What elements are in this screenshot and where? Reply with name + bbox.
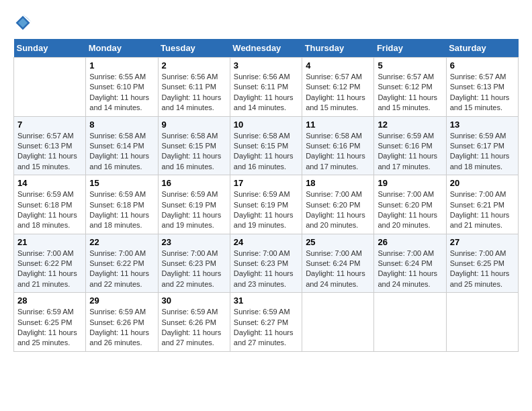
daylight: Daylight: 11 hours and 20 minutes.	[306, 210, 370, 231]
day-number: 4	[306, 60, 370, 71]
sunset: Sunset: 6:10 PM	[89, 82, 154, 92]
sunset: Sunset: 6:13 PM	[450, 82, 515, 92]
sunset: Sunset: 6:15 PM	[162, 141, 226, 151]
day-info: Sunrise: 6:59 AM Sunset: 6:18 PM Dayligh…	[17, 189, 82, 231]
sunset: Sunset: 6:26 PM	[89, 318, 154, 328]
day-info: Sunrise: 7:00 AM Sunset: 6:21 PM Dayligh…	[450, 189, 515, 231]
calendar-cell: 26 Sunrise: 7:00 AM Sunset: 6:24 PM Dayl…	[374, 234, 446, 293]
day-number: 11	[306, 120, 370, 130]
day-number: 15	[89, 178, 154, 188]
sunset: Sunset: 6:19 PM	[234, 200, 298, 210]
sunrise: Sunrise: 6:59 AM	[162, 189, 226, 199]
daylight: Daylight: 11 hours and 21 minutes.	[17, 269, 82, 289]
daylight: Daylight: 11 hours and 16 minutes.	[89, 151, 154, 172]
day-info: Sunrise: 7:00 AM Sunset: 6:22 PM Dayligh…	[17, 248, 82, 290]
day-number: 31	[234, 295, 298, 306]
header-wednesday: Wednesday	[230, 39, 302, 58]
sunset: Sunset: 6:20 PM	[306, 200, 370, 210]
daylight: Daylight: 11 hours and 17 minutes.	[378, 151, 442, 172]
sunrise: Sunrise: 6:59 AM	[162, 307, 226, 317]
sunrise: Sunrise: 7:00 AM	[306, 189, 370, 199]
day-number: 29	[89, 295, 154, 306]
calendar-cell: 24 Sunrise: 7:00 AM Sunset: 6:23 PM Dayl…	[230, 234, 302, 293]
calendar-cell: 16 Sunrise: 6:59 AM Sunset: 6:19 PM Dayl…	[158, 175, 230, 234]
sunrise: Sunrise: 6:59 AM	[450, 131, 515, 141]
calendar-cell: 28 Sunrise: 6:59 AM Sunset: 6:25 PM Dayl…	[14, 293, 86, 352]
sunrise: Sunrise: 6:57 AM	[17, 131, 82, 141]
day-number: 6	[450, 60, 515, 71]
calendar-cell: 18 Sunrise: 7:00 AM Sunset: 6:20 PM Dayl…	[302, 175, 374, 234]
calendar-header-row: SundayMondayTuesdayWednesdayThursdayFrid…	[14, 39, 519, 58]
sunrise: Sunrise: 7:00 AM	[234, 248, 298, 259]
sunrise: Sunrise: 7:00 AM	[450, 248, 515, 259]
sunset: Sunset: 6:26 PM	[162, 318, 226, 328]
sunset: Sunset: 6:16 PM	[306, 141, 370, 151]
day-info: Sunrise: 7:00 AM Sunset: 6:20 PM Dayligh…	[306, 189, 370, 231]
daylight: Daylight: 11 hours and 27 minutes.	[234, 328, 298, 349]
daylight: Daylight: 11 hours and 17 minutes.	[306, 151, 370, 172]
sunset: Sunset: 6:25 PM	[17, 318, 82, 328]
day-info: Sunrise: 6:58 AM Sunset: 6:14 PM Dayligh…	[89, 131, 154, 173]
calendar-week-3: 14 Sunrise: 6:59 AM Sunset: 6:18 PM Dayl…	[14, 175, 519, 234]
sunrise: Sunrise: 7:00 AM	[378, 248, 442, 259]
sunset: Sunset: 6:11 PM	[162, 82, 226, 92]
calendar-cell: 8 Sunrise: 6:58 AM Sunset: 6:14 PM Dayli…	[86, 116, 158, 175]
header-monday: Monday	[86, 39, 158, 58]
sunrise: Sunrise: 6:59 AM	[89, 307, 154, 317]
calendar-cell: 20 Sunrise: 7:00 AM Sunset: 6:21 PM Dayl…	[446, 175, 518, 234]
sunset: Sunset: 6:24 PM	[306, 259, 370, 269]
sunrise: Sunrise: 6:59 AM	[17, 307, 82, 317]
day-info: Sunrise: 6:59 AM Sunset: 6:18 PM Dayligh…	[89, 189, 154, 231]
calendar-cell	[302, 293, 374, 352]
sunrise: Sunrise: 7:00 AM	[162, 248, 226, 259]
day-info: Sunrise: 7:00 AM Sunset: 6:20 PM Dayligh…	[378, 189, 442, 231]
sunset: Sunset: 6:23 PM	[162, 259, 226, 269]
sunrise: Sunrise: 6:59 AM	[89, 189, 154, 199]
calendar-cell: 27 Sunrise: 7:00 AM Sunset: 6:25 PM Dayl…	[446, 234, 518, 293]
calendar-cell: 23 Sunrise: 7:00 AM Sunset: 6:23 PM Dayl…	[158, 234, 230, 293]
sunset: Sunset: 6:23 PM	[234, 259, 298, 269]
daylight: Daylight: 11 hours and 20 minutes.	[378, 210, 442, 231]
daylight: Daylight: 11 hours and 14 minutes.	[162, 93, 226, 113]
daylight: Daylight: 11 hours and 15 minutes.	[378, 93, 442, 113]
day-number: 30	[162, 295, 226, 306]
sunrise: Sunrise: 7:00 AM	[17, 248, 82, 259]
calendar-cell: 6 Sunrise: 6:57 AM Sunset: 6:13 PM Dayli…	[446, 58, 518, 117]
day-number: 18	[306, 178, 370, 188]
calendar-week-1: 1 Sunrise: 6:55 AM Sunset: 6:10 PM Dayli…	[14, 58, 519, 117]
calendar-cell: 19 Sunrise: 7:00 AM Sunset: 6:20 PM Dayl…	[374, 175, 446, 234]
day-info: Sunrise: 6:58 AM Sunset: 6:16 PM Dayligh…	[306, 131, 370, 173]
logo-icon	[13, 13, 32, 32]
day-info: Sunrise: 6:56 AM Sunset: 6:11 PM Dayligh…	[234, 72, 298, 113]
day-number: 13	[450, 120, 515, 130]
sunrise: Sunrise: 6:55 AM	[89, 72, 154, 82]
sunrise: Sunrise: 6:58 AM	[306, 131, 370, 141]
calendar-cell: 2 Sunrise: 6:56 AM Sunset: 6:11 PM Dayli…	[158, 58, 230, 117]
day-info: Sunrise: 6:59 AM Sunset: 6:25 PM Dayligh…	[17, 307, 82, 349]
day-info: Sunrise: 6:58 AM Sunset: 6:15 PM Dayligh…	[234, 131, 298, 173]
day-info: Sunrise: 6:59 AM Sunset: 6:19 PM Dayligh…	[162, 189, 226, 231]
calendar-cell: 10 Sunrise: 6:58 AM Sunset: 6:15 PM Dayl…	[230, 116, 302, 175]
calendar-cell: 21 Sunrise: 7:00 AM Sunset: 6:22 PM Dayl…	[14, 234, 86, 293]
sunrise: Sunrise: 7:00 AM	[378, 189, 442, 199]
header-friday: Friday	[374, 39, 446, 58]
day-number: 12	[378, 120, 442, 130]
day-info: Sunrise: 6:57 AM Sunset: 6:12 PM Dayligh…	[306, 72, 370, 113]
day-number: 26	[378, 237, 442, 247]
sunset: Sunset: 6:16 PM	[378, 141, 442, 151]
daylight: Daylight: 11 hours and 24 minutes.	[378, 269, 442, 289]
day-info: Sunrise: 7:00 AM Sunset: 6:24 PM Dayligh…	[306, 248, 370, 290]
day-info: Sunrise: 6:57 AM Sunset: 6:13 PM Dayligh…	[450, 72, 515, 113]
day-number: 16	[162, 178, 226, 188]
daylight: Daylight: 11 hours and 19 minutes.	[162, 210, 226, 231]
day-info: Sunrise: 6:57 AM Sunset: 6:13 PM Dayligh…	[17, 131, 82, 173]
calendar-cell: 4 Sunrise: 6:57 AM Sunset: 6:12 PM Dayli…	[302, 58, 374, 117]
day-info: Sunrise: 6:59 AM Sunset: 6:16 PM Dayligh…	[378, 131, 442, 173]
daylight: Daylight: 11 hours and 19 minutes.	[234, 210, 298, 231]
calendar-cell: 31 Sunrise: 6:59 AM Sunset: 6:27 PM Dayl…	[230, 293, 302, 352]
daylight: Daylight: 11 hours and 16 minutes.	[162, 151, 226, 172]
sunrise: Sunrise: 6:59 AM	[234, 189, 298, 199]
day-info: Sunrise: 7:00 AM Sunset: 6:25 PM Dayligh…	[450, 248, 515, 290]
calendar-cell: 11 Sunrise: 6:58 AM Sunset: 6:16 PM Dayl…	[302, 116, 374, 175]
sunrise: Sunrise: 7:00 AM	[450, 189, 515, 199]
